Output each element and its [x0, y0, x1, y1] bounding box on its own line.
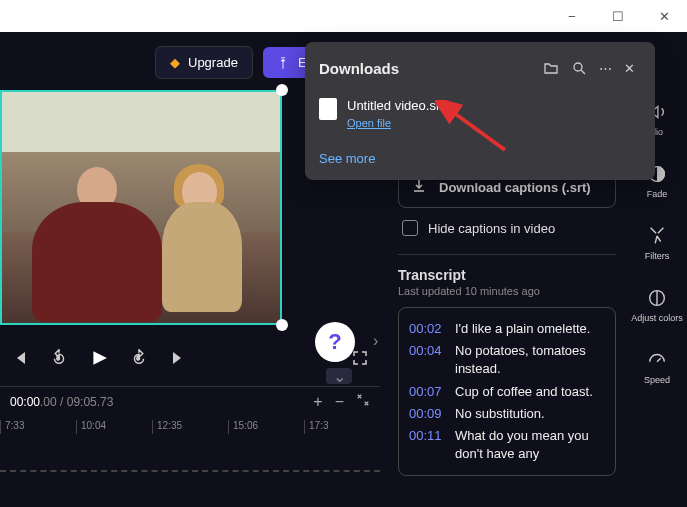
- download-icon: [411, 178, 427, 197]
- svg-text:5: 5: [57, 355, 60, 361]
- upload-icon: ⭱: [277, 55, 290, 70]
- adjust-colors-tool[interactable]: Adjust colors: [630, 278, 684, 332]
- resize-handle-tr[interactable]: [276, 84, 288, 96]
- transcript-line: 00:04No potatoes, tomatoes instead.: [409, 342, 605, 378]
- window-titlebar: − ☐ ✕: [0, 0, 687, 32]
- play-button[interactable]: [86, 345, 112, 371]
- speed-tool[interactable]: Speed: [630, 340, 684, 394]
- downloads-popup: Downloads ⋯ ✕ Untitled video.srt Open fi…: [305, 42, 655, 180]
- download-captions-label: Download captions (.srt): [439, 180, 591, 195]
- timeline-ruler[interactable]: 7:33 10:04 12:35 15:06 17:3: [0, 420, 380, 450]
- question-icon: ?: [328, 329, 341, 355]
- svg-text:5: 5: [137, 355, 140, 361]
- ruler-tick: 15:06: [228, 420, 304, 434]
- svg-point-4: [574, 63, 582, 71]
- download-file-name: Untitled video.srt: [347, 98, 641, 113]
- skip-start-button[interactable]: [8, 346, 32, 370]
- zoom-out-button[interactable]: −: [335, 393, 344, 411]
- transcript-title: Transcript: [398, 267, 616, 283]
- downloads-close-button[interactable]: ✕: [618, 57, 641, 80]
- preview-frame: [0, 90, 282, 325]
- rewind-5-button[interactable]: 5: [46, 345, 72, 371]
- see-more-link[interactable]: See more: [319, 151, 641, 166]
- transcript-timestamp[interactable]: 00:04: [409, 342, 447, 378]
- resize-handle-br[interactable]: [276, 319, 288, 331]
- diamond-icon: ◆: [170, 55, 180, 70]
- transcript-timestamp[interactable]: 00:07: [409, 383, 447, 401]
- timeline-track-empty[interactable]: [0, 470, 380, 472]
- ruler-tick: 12:35: [152, 420, 228, 434]
- add-track-button[interactable]: +: [313, 393, 322, 411]
- time-display: 00:00.00 / 09:05.73: [10, 395, 113, 409]
- open-file-link[interactable]: Open file: [347, 117, 391, 129]
- hide-captions-row: Hide captions in video: [398, 208, 616, 248]
- help-button[interactable]: ?: [315, 322, 355, 362]
- download-file-row[interactable]: Untitled video.srt Open file: [319, 92, 641, 137]
- ruler-tick: 17:3: [304, 420, 380, 434]
- transcript-line: 00:11What do you mean you don't have any: [409, 427, 605, 463]
- skip-end-button[interactable]: [166, 346, 190, 370]
- ruler-tick: 10:04: [76, 420, 152, 434]
- transcript-line: 00:02I'd like a plain omelette.: [409, 320, 605, 338]
- downloads-title: Downloads: [319, 60, 537, 77]
- ruler-tick: 7:33: [0, 420, 76, 434]
- transcript-timestamp[interactable]: 00:09: [409, 405, 447, 423]
- transcript-updated: Last updated 10 minutes ago: [398, 285, 616, 297]
- upgrade-button[interactable]: ◆ Upgrade: [155, 46, 253, 79]
- downloads-more-button[interactable]: ⋯: [593, 57, 618, 80]
- minimize-button[interactable]: −: [549, 0, 595, 32]
- close-button[interactable]: ✕: [641, 0, 687, 32]
- collapse-tab[interactable]: ⌄: [326, 368, 352, 384]
- downloads-folder-button[interactable]: [537, 56, 565, 80]
- file-icon: [319, 98, 337, 120]
- timeline-bar: 00:00.00 / 09:05.73 + −: [0, 386, 380, 416]
- transcript-line: 00:09No substitution.: [409, 405, 605, 423]
- transcript-line: 00:07Cup of coffee and toast.: [409, 383, 605, 401]
- upgrade-label: Upgrade: [188, 55, 238, 70]
- panel-expand-button[interactable]: ›: [373, 332, 378, 350]
- transcript-timestamp[interactable]: 00:11: [409, 427, 447, 463]
- video-preview[interactable]: [0, 90, 282, 325]
- transcript-timestamp[interactable]: 00:02: [409, 320, 447, 338]
- transcript-box: 00:02I'd like a plain omelette. 00:04No …: [398, 307, 616, 476]
- maximize-button[interactable]: ☐: [595, 0, 641, 32]
- hide-captions-checkbox[interactable]: [402, 220, 418, 236]
- filters-tool[interactable]: Filters: [630, 216, 684, 270]
- forward-5-button[interactable]: 5: [126, 345, 152, 371]
- fit-timeline-button[interactable]: [356, 393, 370, 411]
- downloads-search-button[interactable]: [565, 56, 593, 80]
- hide-captions-label: Hide captions in video: [428, 221, 555, 236]
